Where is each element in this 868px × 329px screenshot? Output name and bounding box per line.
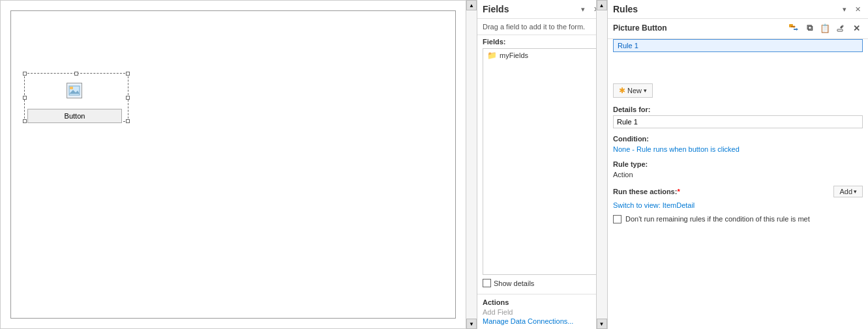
fields-scroll-down[interactable]: ▼ — [597, 319, 607, 329]
svg-rect-1 — [70, 87, 73, 89]
details-for-input[interactable] — [613, 115, 863, 128]
actions-label: Actions — [483, 298, 601, 306]
rule-item-name: Rule 1 — [618, 42, 638, 50]
fields-panel: Fields ▾ ✕ Drag a field to add it to the… — [477, 0, 607, 329]
fields-scroll-track — [597, 10, 607, 319]
edit-rule-btn[interactable] — [834, 21, 847, 35]
rules-panel: Rules ▾ ✕ Picture Button ⧉ — [607, 0, 868, 329]
rule-type-value: Action — [613, 171, 633, 179]
form-border: Button — [10, 10, 456, 319]
details-for-field: Details for: — [613, 106, 863, 128]
add-btn-label: Add — [839, 188, 852, 195]
fields-collapse-icon[interactable]: ▾ — [578, 4, 588, 14]
rules-list[interactable]: Rule 1 — [613, 39, 863, 78]
rule-item-0[interactable]: Rule 1 — [613, 39, 863, 52]
folder-icon: 📁 — [487, 51, 497, 60]
condition-link[interactable]: None - Rule runs when button is clicked — [613, 145, 740, 153]
handle-br[interactable] — [126, 119, 130, 123]
show-details-checkbox[interactable] — [483, 279, 491, 287]
new-btn-container: ✱ New ▾ — [608, 81, 868, 102]
new-btn-star: ✱ — [619, 86, 625, 95]
rules-close-icon[interactable]: ✕ — [852, 4, 863, 14]
show-details-label: Show details — [494, 279, 534, 287]
fields-section-label: Fields: — [477, 35, 606, 48]
form-designer: Button — [0, 0, 466, 329]
fields-tree[interactable]: 📁 myFields — [483, 48, 601, 275]
rule-arrows-icon[interactable] — [787, 21, 800, 35]
add-field-link: Add Field — [483, 308, 601, 316]
fields-description: Drag a field to add it to the form. — [477, 19, 606, 35]
manage-data-link[interactable]: Manage Data Connections... — [483, 317, 601, 325]
details-section: Details for: Condition: None - Rule runs… — [608, 102, 868, 329]
rules-collapse-icon[interactable]: ▾ — [839, 4, 850, 14]
scroll-up-btn[interactable]: ▲ — [466, 0, 477, 10]
divider — [477, 294, 606, 294]
condition-field: Condition: None - Rule runs when button … — [613, 135, 863, 154]
condition-label: Condition: — [613, 135, 863, 143]
handle-tm[interactable] — [74, 72, 78, 76]
scroll-down-btn[interactable]: ▼ — [466, 319, 477, 329]
run-actions-label: Run these actions:* — [613, 188, 680, 195]
delete-rule-btn[interactable]: ✕ — [850, 21, 863, 35]
add-action-btn[interactable]: Add ▾ — [833, 186, 863, 197]
picture-button-preview[interactable] — [67, 83, 82, 98]
picture-button-row: Picture Button ⧉ 📋 — [608, 19, 868, 39]
run-actions-row: Run these actions:* Add ▾ — [613, 186, 863, 197]
form-canvas: Button — [1, 1, 466, 328]
actions-section: Actions Add Field Manage Data Connection… — [477, 297, 606, 329]
form-button[interactable]: Button — [27, 109, 122, 123]
paste-rule-btn[interactable]: 📋 — [818, 21, 831, 35]
svg-rect-4 — [837, 29, 843, 31]
dont-run-row: Don't run remaining rules if the conditi… — [613, 214, 863, 224]
pb-controls: ⧉ 📋 ✕ — [787, 21, 863, 35]
dont-run-checkbox[interactable] — [613, 215, 621, 223]
add-btn-chevron: ▾ — [854, 188, 857, 195]
rule-type-label: Rule type: — [613, 160, 863, 168]
left-scrollbar: ▲ ▼ — [466, 0, 477, 329]
new-rule-btn[interactable]: ✱ New ▾ — [613, 83, 653, 98]
dont-run-text: Don't run remaining rules if the conditi… — [625, 214, 810, 224]
tree-item-label: myFields — [500, 51, 528, 59]
new-btn-chevron: ▾ — [644, 87, 647, 94]
picture-button-label-text: Picture Button — [613, 23, 667, 33]
tree-item-myfields[interactable]: 📁 myFields — [483, 49, 601, 62]
handle-ml[interactable] — [23, 96, 27, 100]
required-star: * — [677, 188, 680, 195]
rules-header-controls: ▾ ✕ — [839, 4, 863, 14]
handle-mr[interactable] — [126, 96, 130, 100]
fields-title: Fields — [483, 4, 509, 14]
handle-tl[interactable] — [23, 72, 27, 76]
rules-header: Rules ▾ ✕ — [608, 0, 868, 19]
details-for-label: Details for: — [613, 106, 863, 113]
copy-rule-btn[interactable]: ⧉ — [803, 21, 816, 35]
show-details-row: Show details — [477, 275, 606, 291]
fields-scrollbar: ▲ ▼ — [596, 0, 606, 329]
handle-bl[interactable] — [23, 119, 27, 123]
fields-header: Fields ▾ ✕ — [477, 0, 606, 19]
new-btn-label: New — [627, 87, 642, 94]
fields-scroll-up[interactable]: ▲ — [597, 0, 607, 10]
rules-title: Rules — [613, 4, 638, 14]
switch-view-link[interactable]: Switch to view: ItemDetail — [613, 201, 863, 209]
scroll-track — [466, 10, 477, 319]
rule-type-field: Rule type: Action — [613, 160, 863, 179]
handle-tr[interactable] — [126, 72, 130, 76]
form-button-label: Button — [65, 112, 85, 120]
